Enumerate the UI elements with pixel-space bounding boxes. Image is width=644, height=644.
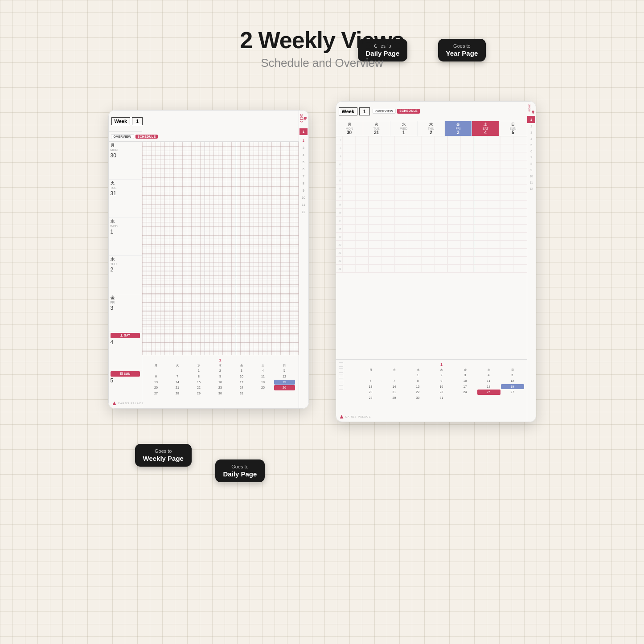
left-planner: Week 1 OVERVIEW SCHEDULE 月 MON 30 — [108, 110, 309, 409]
grid-top-spacer — [142, 111, 299, 142]
header: 2 Weekly Views Schedule and Overview — [240, 27, 404, 70]
bottom-area: 1 月 火 水 木 金 土 日 1 — [142, 355, 299, 408]
sub-title: Schedule and Overview — [240, 56, 404, 70]
time-cells-7 — [342, 136, 527, 144]
time-row-16: 16 — [336, 209, 527, 217]
time-row-18: 18 — [336, 225, 527, 233]
schedule-col-1 — [142, 142, 173, 355]
r-day-thu: 木 THU 2 — [418, 121, 445, 136]
time-row-14: 14 — [336, 193, 527, 201]
brand-label-right: CARDS PALACE — [340, 415, 371, 418]
week-label: Week — [111, 117, 131, 125]
tabs-row: OVERVIEW SCHEDULE — [109, 132, 142, 142]
tab-overview[interactable]: OVERVIEW — [111, 134, 134, 139]
right-week-header: Week 1 OVERVIEW SCHEDULE — [336, 102, 527, 121]
left-days-column: Week 1 OVERVIEW SCHEDULE 月 MON 30 — [109, 111, 142, 408]
schedule-col-2 — [173, 142, 205, 355]
week-header: Week 1 — [109, 111, 142, 132]
right-tab-overview[interactable]: OVERVIEW — [373, 109, 396, 114]
time-row-10: 10 — [336, 160, 527, 168]
schedule-grid — [142, 142, 299, 355]
right-vert-jp: 注暦2025 — [528, 104, 535, 112]
schedule-col-4-sat — [236, 142, 267, 355]
time-row-12: 12 — [336, 176, 527, 185]
time-row-7: 7 — [336, 136, 527, 144]
r-day-mon: 月 MON 30 — [336, 121, 363, 136]
day-row-sat: 土 SAT 4 — [109, 332, 142, 370]
right-tab-schedule[interactable]: SCHEDULE — [397, 109, 420, 114]
day-row-thu: 木 THU 2 — [109, 256, 142, 294]
time-row-23: 23 — [336, 265, 527, 273]
right-mini-calendar: 1 月 火 水 木 金 土 日 1 — [359, 362, 524, 419]
right-main-content: Week 1 OVERVIEW SCHEDULE 月 MON 30 — [336, 102, 527, 422]
time-row-22: 22 — [336, 257, 527, 265]
right-planner: Week 1 OVERVIEW SCHEDULE 月 MON 30 — [336, 101, 536, 422]
right-day-headers: 月 MON 30 火 TUE 31 水 WED 1 — [336, 121, 527, 136]
right-mini-cal-title: 1 — [359, 362, 524, 367]
time-row-19: 19 — [336, 233, 527, 241]
brand-label-left: CARDS PALACE — [113, 402, 144, 405]
r-day-tue: 火 TUE 31 — [363, 121, 390, 136]
notes-checkboxes — [339, 362, 357, 419]
r-day-wed: 水 WED 1 — [390, 121, 418, 136]
vertical-jp-text: 年暦2025 — [300, 114, 308, 123]
time-row-13: 13 — [336, 185, 527, 193]
h-schedule-grid: 7 8 — [336, 136, 527, 359]
brand-icon-right — [340, 415, 344, 418]
time-row-9: 9 — [336, 152, 527, 160]
time-row-20: 20 — [336, 241, 527, 249]
callout-daily-page-left: Goes to Daily Page — [215, 459, 265, 482]
week-number: 1 — [132, 117, 143, 125]
time-row-11: 11 — [336, 168, 527, 176]
right-week-number: 1 — [359, 107, 370, 115]
day-row-mon: 月 MON 30 — [109, 142, 142, 180]
right-planner-inner: Week 1 OVERVIEW SCHEDULE 月 MON 30 — [336, 101, 536, 422]
time-row-15: 15 — [336, 201, 527, 209]
page-container: 2 Weekly Views Schedule and Overview Wee… — [0, 0, 644, 644]
right-mini-cal-grid: 月 火 水 木 金 土 日 1 2 3 — [359, 368, 524, 401]
day-row-fri: 金 FRI 3 — [109, 294, 142, 332]
mini-cal-title: 1 — [146, 358, 295, 362]
time-row-21: 21 — [336, 249, 527, 257]
r-day-sun: 日 SUN 5 — [499, 121, 526, 136]
mini-cal-grid: 月 火 水 木 金 土 日 1 2 3 — [146, 364, 295, 396]
planners-area: Week 1 OVERVIEW SCHEDULE 月 MON 30 — [108, 110, 536, 422]
left-mini-calendar: 1 月 火 水 木 金 土 日 1 — [146, 358, 295, 406]
right-week-label: Week — [339, 107, 358, 115]
left-planner-inner: Week 1 OVERVIEW SCHEDULE 月 MON 30 — [108, 110, 309, 409]
time-row-8: 8 — [336, 144, 527, 152]
right-bottom-area: 1 月 火 水 木 金 土 日 1 — [336, 359, 527, 422]
right-tab-strip-right: 注暦2025 1 2 3 4 5 6 7 8 9 10 11 12 — [527, 102, 536, 422]
day-row-tue: 火 TUE 31 — [109, 180, 142, 217]
main-grid-area: 1 月 火 水 木 金 土 日 1 — [142, 111, 299, 408]
day-row-wed: 水 WED 1 — [109, 218, 142, 256]
day-rows: 月 MON 30 火 TUE 31 水 WED 1 — [109, 142, 142, 408]
r-day-fri: 金 FRI 3 — [445, 121, 472, 136]
schedule-col-3 — [205, 142, 236, 355]
right-side-tab-active: 1 — [527, 116, 535, 123]
time-row-17: 17 — [336, 217, 527, 225]
main-title: 2 Weekly Views — [240, 27, 404, 53]
brand-icon-left — [113, 402, 116, 405]
r-day-sat: 土 SAT 4 — [472, 121, 499, 136]
callout-weekly-page: Goes to Weekly Page — [135, 444, 192, 467]
week-num-tab: 1 — [299, 128, 308, 135]
callout-year-page: Goes to Year Page — [438, 39, 486, 62]
right-tab-strip: 年暦2025 1 2 3 4 5 6 7 8 9 10 11 12 — [299, 111, 308, 408]
schedule-col-5 — [267, 142, 298, 355]
